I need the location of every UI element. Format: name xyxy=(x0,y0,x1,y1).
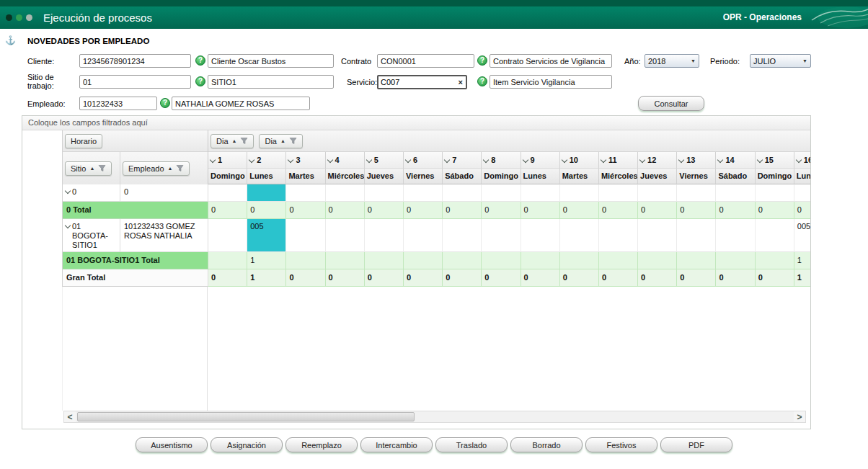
scroll-left-arrow[interactable]: < xyxy=(64,411,76,422)
day-cell[interactable] xyxy=(208,219,247,252)
day-cell[interactable]: 005 xyxy=(247,219,286,252)
cliente-name-input[interactable] xyxy=(208,54,334,68)
day-cell[interactable] xyxy=(247,184,286,202)
chevron-down-icon[interactable] xyxy=(522,157,528,163)
action-button-traslado[interactable]: Traslado xyxy=(435,437,508,452)
day-cell[interactable] xyxy=(521,184,560,202)
cliente-code-input[interactable] xyxy=(79,54,191,68)
day-cell[interactable] xyxy=(443,184,482,202)
day-cell[interactable] xyxy=(794,184,810,202)
day-cell[interactable] xyxy=(716,184,755,202)
day-cell[interactable] xyxy=(756,219,794,252)
anchor-icon[interactable]: ⚓ xyxy=(5,35,16,45)
day-cell[interactable] xyxy=(404,184,443,202)
contrato-name-input[interactable] xyxy=(490,54,612,68)
day-cell[interactable] xyxy=(756,184,794,202)
day-name-header[interactable]: Jueves xyxy=(365,169,404,184)
day-number-header[interactable]: 8 xyxy=(482,152,521,169)
day-number-header[interactable]: 6 xyxy=(404,152,443,169)
sitio-name-input[interactable] xyxy=(208,75,334,89)
day-number-header[interactable]: 7 xyxy=(443,152,482,169)
day-name-header[interactable]: Lunes xyxy=(247,169,286,184)
consultar-button[interactable]: Consultar xyxy=(638,96,704,111)
field-chip-empleado[interactable]: Empleado ▲ xyxy=(123,161,190,176)
day-cell[interactable] xyxy=(677,219,716,252)
chevron-down-icon[interactable] xyxy=(601,157,606,163)
day-cell[interactable] xyxy=(716,219,755,252)
row-empleado-cell[interactable]: 101232433 GOMEZ ROSAS NATHALIA xyxy=(120,219,208,252)
day-number-header[interactable]: 10 xyxy=(560,152,599,169)
day-name-header[interactable]: Domingo xyxy=(756,169,794,184)
day-name-header[interactable]: Domingo xyxy=(482,169,521,184)
contrato-help-icon[interactable]: ? xyxy=(477,55,487,66)
day-cell[interactable] xyxy=(286,219,325,252)
action-button-borrado[interactable]: Borrado xyxy=(510,437,583,452)
periodo-select[interactable]: JULIO ▼ xyxy=(750,54,811,68)
empleado-code-input[interactable] xyxy=(79,97,157,110)
filter-icon[interactable] xyxy=(98,164,106,172)
day-number-header[interactable]: 11 xyxy=(599,152,638,169)
day-number-header[interactable]: 12 xyxy=(638,152,677,169)
chevron-down-icon[interactable]: ▼ xyxy=(800,58,807,63)
day-name-header[interactable]: Miércoles xyxy=(599,169,638,184)
servicio-name-input[interactable] xyxy=(490,75,612,89)
day-cell[interactable] xyxy=(599,219,638,252)
day-name-header[interactable]: Lunes xyxy=(794,169,810,184)
chevron-down-icon[interactable] xyxy=(796,157,802,163)
day-cell[interactable] xyxy=(638,184,677,202)
servicio-code-input[interactable] xyxy=(381,78,458,86)
day-cell[interactable] xyxy=(560,219,599,252)
horizontal-scrollbar[interactable]: < > xyxy=(63,411,806,423)
day-name-header[interactable]: Miércoles xyxy=(326,169,365,184)
day-number-header[interactable]: 14 xyxy=(716,152,755,169)
day-cell[interactable] xyxy=(326,219,365,252)
action-button-festivos[interactable]: Festivos xyxy=(585,437,657,452)
chevron-down-icon[interactable] xyxy=(639,157,645,163)
chevron-down-icon[interactable]: ▼ xyxy=(688,58,696,63)
chevron-down-icon[interactable] xyxy=(756,157,762,163)
day-name-header[interactable]: Domingo xyxy=(208,169,247,184)
day-cell[interactable] xyxy=(599,184,638,202)
day-number-header[interactable]: 3 xyxy=(286,152,325,169)
sitio-code-input[interactable] xyxy=(79,75,191,89)
day-number-header[interactable]: 5 xyxy=(365,152,404,169)
day-name-header[interactable]: Martes xyxy=(560,169,599,184)
day-number-header[interactable]: 4 xyxy=(326,152,365,169)
row-sitio-cell[interactable]: 01 BOGOTA-SITIO1 xyxy=(63,219,120,252)
sort-asc-icon[interactable]: ▲ xyxy=(280,138,285,143)
sort-asc-icon[interactable]: ▲ xyxy=(168,166,173,171)
chevron-down-icon[interactable] xyxy=(249,157,254,163)
filter-icon[interactable] xyxy=(240,137,248,145)
day-name-header[interactable]: Lunes xyxy=(521,169,560,184)
scrollbar-track[interactable] xyxy=(76,411,794,422)
filter-icon[interactable] xyxy=(176,164,184,172)
day-cell[interactable] xyxy=(638,219,677,252)
action-button-asignacion[interactable]: Asignación xyxy=(211,437,283,452)
chevron-down-icon[interactable] xyxy=(327,157,332,163)
scrollbar-thumb[interactable] xyxy=(77,412,415,421)
sitio-help-icon[interactable]: ? xyxy=(195,76,205,86)
field-chip-dia-1[interactable]: Dia ▲ xyxy=(211,134,254,148)
day-cell[interactable] xyxy=(521,219,560,252)
filter-drop-zone[interactable]: Coloque los campos filtrados aquí xyxy=(22,116,810,130)
contrato-code-input[interactable] xyxy=(377,54,474,68)
day-cell[interactable] xyxy=(560,184,599,202)
action-button-reemplazo[interactable]: Reemplazo xyxy=(285,437,358,452)
day-cell[interactable] xyxy=(365,219,404,252)
chevron-down-icon[interactable] xyxy=(288,157,293,163)
chevron-down-icon[interactable] xyxy=(405,157,411,163)
day-number-header[interactable]: 9 xyxy=(521,152,560,169)
cliente-help-icon[interactable]: ? xyxy=(195,55,205,66)
sort-asc-icon[interactable]: ▲ xyxy=(232,138,237,143)
chevron-down-icon[interactable] xyxy=(444,157,450,163)
chevron-down-icon[interactable] xyxy=(717,157,723,163)
day-cell[interactable] xyxy=(482,184,521,202)
day-cell[interactable] xyxy=(326,184,365,202)
day-name-header[interactable]: Jueves xyxy=(638,169,677,184)
anio-select[interactable]: 2018 ▼ xyxy=(645,54,699,68)
day-name-header[interactable]: Sábado xyxy=(716,169,755,184)
chevron-down-icon[interactable] xyxy=(210,157,216,163)
field-chip-horario[interactable]: Horario xyxy=(65,134,102,148)
chevron-down-icon[interactable] xyxy=(483,157,489,163)
action-button-intercambio[interactable]: Intercambio xyxy=(360,437,433,452)
